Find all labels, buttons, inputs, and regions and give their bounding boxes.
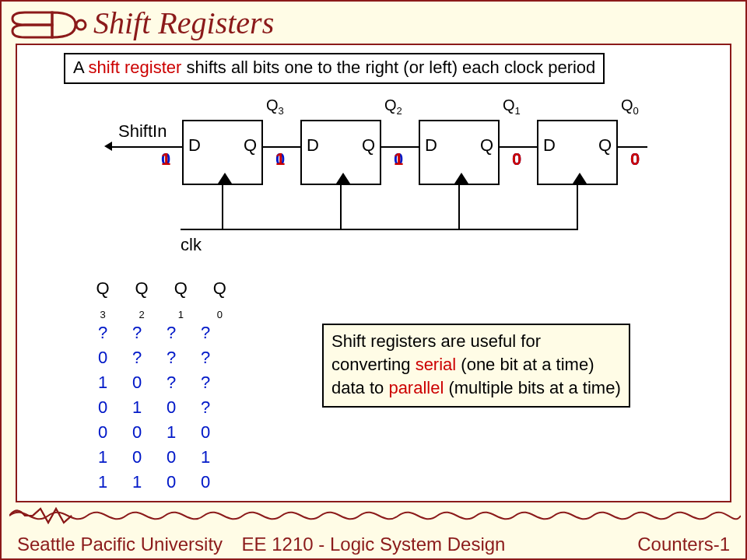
table-row: 0010 [86, 420, 237, 445]
clock-tri-icon [218, 173, 232, 184]
table-row: 0??? [86, 345, 237, 370]
table-row: ???? [86, 320, 237, 345]
table-row: 010? [86, 395, 237, 420]
table-row: 1001 [86, 445, 237, 470]
table-header: Q3 Q2 Q1 Q0 [86, 278, 237, 320]
ff-q: Q [480, 135, 493, 156]
node-val-shiftin: 0 1 [161, 149, 170, 170]
note-line3b: (multiple bits at a time) [444, 378, 620, 397]
clock-tri-icon [454, 173, 468, 184]
note-line2b: (one bit at a time) [456, 355, 594, 374]
wire-q2 [380, 146, 419, 148]
q3-label: Q3 [266, 96, 284, 117]
footer-right: Counters-1 [637, 534, 730, 555]
wire-q1 [498, 146, 537, 148]
flipflop-0: D Q [537, 120, 618, 185]
def-pre: A [73, 58, 89, 77]
arrowhead-icon [104, 140, 117, 152]
footer-left: Seattle Pacific University [17, 534, 223, 555]
svg-point-0 [76, 20, 86, 30]
flipflop-2: D Q [300, 120, 381, 185]
footer-ornament [9, 506, 741, 526]
q2-label: Q2 [384, 96, 402, 117]
clk-label: clk [181, 235, 202, 255]
circuit-diagram: ShiftIn 0 1 D Q Q3 0 1 D [134, 112, 679, 252]
state-table: Q3 Q2 Q1 Q0 ???? 0??? 10?? 010? 0010 100… [86, 278, 237, 495]
shiftin-label: ShiftIn [118, 121, 167, 142]
node-val-q3: 0 1 [275, 149, 285, 170]
wire-clk-v0 [222, 184, 223, 230]
footer-mid: EE 1210 - Logic System Design [242, 534, 506, 555]
ff-d: D [543, 135, 556, 156]
corner-logo [9, 6, 87, 47]
ff-d: D [307, 135, 319, 156]
wire-clk-v3 [577, 184, 578, 230]
note-line3a: data to [331, 378, 388, 397]
table-row: 1100 [86, 470, 237, 495]
note-serial: serial [416, 355, 457, 374]
def-term: shift register [89, 58, 182, 77]
definition-box: A shift register shifts all bits one to … [64, 53, 605, 84]
clock-tri-icon [573, 173, 587, 184]
page-title: Shift Registers [93, 5, 274, 41]
wire-clk-v1 [340, 184, 342, 230]
note-line1: Shift registers are useful for [331, 331, 541, 351]
node-val-q0: 0 0 [630, 149, 640, 170]
wire-clk-v2 [458, 184, 460, 230]
note-line2a: converting [331, 355, 416, 374]
node-val-q2: 0 1 [394, 149, 403, 170]
note-box: Shift registers are useful for convertin… [322, 324, 630, 408]
q1-label: Q1 [503, 96, 521, 117]
ff-q: Q [598, 135, 612, 156]
ff-q: Q [362, 135, 375, 156]
clock-tri-icon [336, 173, 350, 184]
wire-in [110, 146, 182, 148]
flipflop-1: D Q [419, 120, 500, 185]
def-post: shifts all bits one to the right (or lef… [181, 58, 595, 77]
wire-q0 [616, 146, 647, 148]
note-parallel: parallel [388, 378, 444, 397]
flipflop-3: D Q [182, 120, 263, 185]
wire-q3 [261, 146, 300, 148]
ff-d: D [188, 135, 201, 156]
slide: Shift Registers A shift register shifts … [0, 0, 747, 560]
wire-clk-h [181, 229, 578, 230]
table-row: 10?? [86, 370, 237, 395]
ff-d: D [425, 135, 437, 156]
q0-label: Q0 [621, 96, 639, 117]
ff-q: Q [244, 135, 257, 156]
footer: Seattle Pacific University EE 1210 - Log… [2, 534, 745, 555]
svg-marker-1 [104, 142, 112, 151]
content-frame: A shift register shifts all bits one to … [16, 44, 731, 502]
node-val-q1: 0 0 [512, 149, 521, 170]
